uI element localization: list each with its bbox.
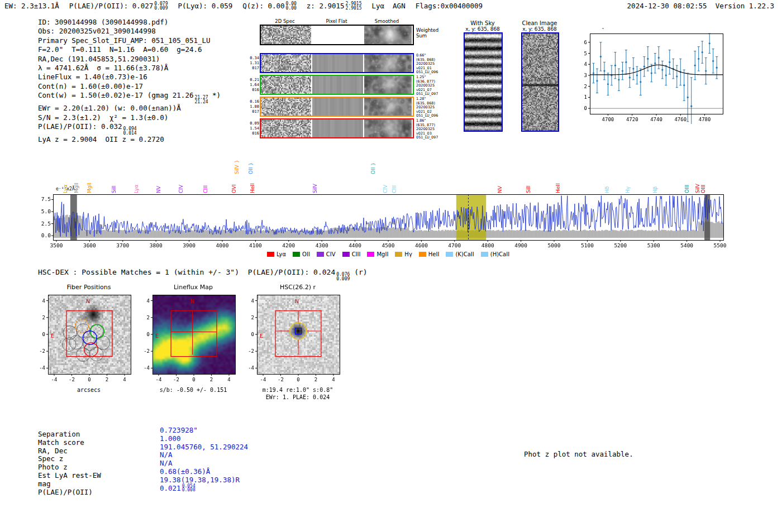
spec2d-smoothed-image [364,98,412,116]
spec2d-pixelflat-image [312,54,363,72]
emission-line-label: HeII [250,183,255,193]
withsky-image [464,32,503,132]
lineflux-map-panel: Lineflux Map N E s/b: -0.50 +/- 0.151 [137,284,243,394]
legend-swatch [481,252,488,257]
match-field-label: Photo z [38,463,160,471]
cont-w-lo: 21.24 [194,100,208,104]
qz-value: Q(z): 0.00 [242,2,284,10]
info-primary: Primary Spec_Slot_IFU_AMP: 051_105_051_L… [38,36,221,45]
emission-line-label: MgII [87,183,92,193]
emission-line-label: OIII [700,185,706,193]
spec2d-2d-image [261,54,311,72]
legend-item: (H)CaII [481,251,509,257]
info-cont-n: Cont(n) = 1.60(±0.00)e-17 [38,82,221,91]
spec2d-weighted-2d-image [261,26,311,44]
info-obs: Obs: 20200325v021_3090144998 [38,27,221,36]
cont-w-tail: *) [208,91,221,99]
compass-north: N [190,298,194,304]
col-header-2dspec: 2D Spec [260,18,310,24]
match-table-row: P(LAE)/P(OII)0.0210.0540.008 [38,488,248,496]
match-table-row: Spec zN/A [38,454,248,463]
emission-line-label: CIII [203,185,208,193]
legend-label: OII [302,251,310,257]
emission-line-label: SiIV [695,184,700,193]
match-field-value: 0.723928" [160,426,198,434]
compass-east: E [51,333,54,339]
plya-value: P(Lyα): 0.059 [178,2,232,10]
match-table-row: mag19.38(19.38,19.38)R [38,480,248,488]
emission-line-label: Hγ [625,186,631,193]
fiber-positions-panel: Fiber Positions N E arcsecs [32,284,139,394]
spec2d-row-weights: 0.091.54016 [247,121,259,136]
match-field-value: 19.38(19.38,19.38)R [160,476,240,484]
spec2d-2d-image [261,98,311,116]
legend-swatch [293,252,300,257]
clean-image [521,32,559,132]
legend-item: CIII [342,251,361,257]
legend-swatch [395,252,402,257]
info-radec: RA,Dec (191.045853,51.290031) [38,55,221,64]
ew-value: EW: 2.3±13.1Å [4,2,59,10]
match-field-label: Separation [38,430,160,438]
compass-north: N [295,298,299,304]
spec2d-row-meta: 0.66"(635, 868)20200325v021_01051_LU_096 [416,54,446,75]
emission-line-label: Hβ [652,186,658,193]
match-table-row: Separation0.723928" [38,430,248,438]
emission-line-label: Hδ [604,186,610,193]
legend-item: MgII [367,251,388,257]
match-field-value: 191.045760, 51.290224 [160,443,248,451]
match-field-label: RA, Dec [38,447,160,455]
spec2d-row-weights: 0.211.64016 [247,78,259,93]
legend-item: Hγ [395,251,412,257]
info-block: ID: 3090144998 (3090144998.pdf) Obs: 202… [38,18,221,144]
legend-item: (K)CaII [446,251,474,257]
hsc-r-image [241,293,347,386]
header-flags: Flags:0x00400009 [416,2,483,10]
legend-label: CIV [326,251,336,257]
line-fit-plot [575,29,726,124]
withsky-coords: x, y: 635, 868 [455,26,511,32]
legend-label: Hγ [404,251,412,257]
plae-range: 0.0790.009 [154,2,168,10]
legend-label: (K)CaII [455,251,474,257]
panel-title: Lineflux Map [144,284,243,293]
legend-label: Lyα [276,251,286,257]
emission-line-label: OIII [684,185,690,193]
emission-line-label: OII } [370,162,376,174]
lineflux-map-image [137,293,243,386]
spec2d-weighted-label: Weighted Sum [416,28,442,39]
info-cont-w: Cont(w) = 1.50(±0.02)e-17 (gmag 21.2621.… [38,91,221,104]
z-range: 2.90152.9015 [346,2,362,10]
panel-xlabel2: EWr: 1. PLAE: 0.024 [248,394,347,401]
legend-swatch [446,252,453,257]
match-field-label: Match score [38,438,160,447]
spec2d-smoothed-image [364,54,412,72]
legend-label: MgII [376,251,388,257]
spec2d-2d-image [261,76,311,94]
emission-line-label: CIV [383,185,388,193]
emission-line-label: NV [497,186,503,193]
panel-title: HSC(26.2) r [248,284,347,293]
hsc-dex-lo: 0.009 [336,277,350,281]
legend-swatch [267,252,274,257]
legend-swatch [317,252,324,257]
spec2d-row-weights: 0.161.80017 [247,99,259,114]
match-field-value: 0.68(±0.36)Å [160,467,210,476]
match-table-row: Photo zN/A [38,463,248,471]
spec2d-smoothed-image [364,119,412,137]
spec2d-pixelflat-image [312,76,363,94]
info-params: F=2.0" T=0.111 N=1.16 A=0.60 g=24.6 [38,45,221,54]
clean-coords: x, y: 635, 868 [512,26,568,32]
legend-swatch [419,252,426,257]
legend-item: OII [293,251,310,257]
clean-title: Clean Image [512,20,568,26]
full-spectrum-plot [36,192,729,250]
info-ewr: EWr = 2.20(±1.20) (w: 0.00(±nan))Å [38,104,221,113]
emission-line-label: SiII [111,185,117,193]
emission-line-label: Lyα [63,185,68,193]
emission-line-label: CIV [178,185,184,193]
legend-swatch [342,252,350,257]
match-field-label: Est LyA rest-EW [38,471,160,480]
col-header-pixelflat: Pixel Flat [311,18,362,24]
match-field-value: 1.000 [160,434,181,443]
